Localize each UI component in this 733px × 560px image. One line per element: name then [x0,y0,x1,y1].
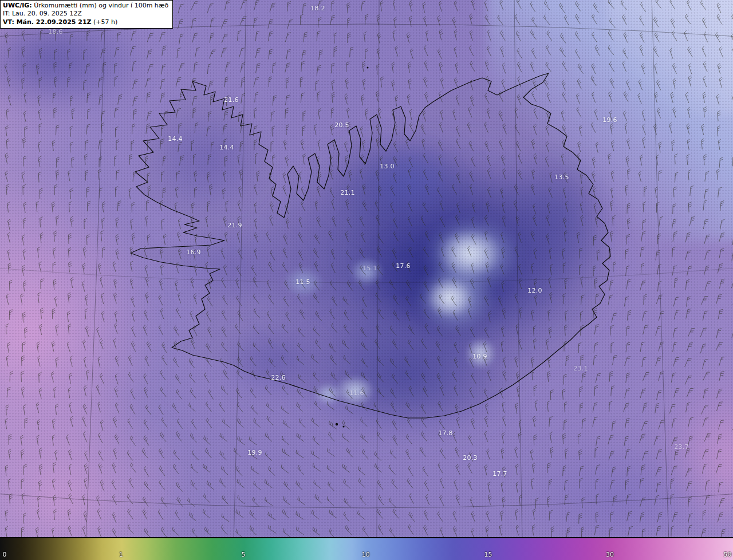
value-label: 19.9 [247,449,262,456]
value-label: 14.4 [168,135,182,143]
value-label: 13.0 [380,163,394,170]
value-label: 20.5 [334,121,349,129]
valid-offset: (+57 h) [92,18,118,26]
map-description: Úrkomumætti (mm) og vindur í 100m hæð [32,2,169,9]
colorbar-tick-5: 5 [241,551,245,558]
weather-map-app: 18.218.621.619.620.514.414.413.013.521.1… [0,0,733,560]
value-label: 10.9 [472,353,487,360]
value-label: 17.6 [396,262,410,270]
graticule-meridian-2 [234,0,246,537]
graticule-meridian-5 [652,0,669,537]
value-label: 19.6 [602,116,617,124]
precip-bright-5 [465,338,496,369]
value-label: 15.1 [362,265,377,272]
value-label: 21.9 [227,222,242,229]
precipitation-colorbar: 01510153050 [0,537,733,560]
precip-bright-2-core [427,278,472,318]
title-line-model: UWC/IG: Úrkomumætti (mm) og vindur í 100… [3,2,168,10]
wind-barbs-layer [0,0,733,537]
precip-darker-spot [366,229,515,338]
precip-dark-south [292,309,521,441]
value-label: 17.7 [492,470,507,478]
value-label: 23.1 [573,365,588,372]
colorbar-ticks: 01510153050 [0,538,733,560]
precip-dark-reykjanes [218,321,332,401]
island-grimsey [367,67,369,69]
precip-bright-3 [349,258,384,286]
coastline-path [131,73,610,418]
precip-field-pink-southwest [0,378,195,537]
model-name: UWC/IG: [3,2,32,9]
precip-bright-2 [415,263,495,332]
precip-bright-1 [424,218,521,292]
precipitation-map: 18.218.621.619.620.514.414.413.013.521.1… [0,0,733,537]
title-line-valid: VT: Mán. 22.09.2025 21Z (+57 h) [3,18,168,26]
precip-blue-north-patch [366,143,458,218]
precip-dark-central [246,137,618,384]
precip-dark-midwest [166,223,304,309]
value-label: 18.6 [48,28,62,36]
value-label: 11.5 [295,278,310,286]
value-label: 14.4 [219,144,234,151]
colorbar-tick-10: 10 [362,551,370,558]
value-label: 16.9 [186,249,200,256]
precip-field-pink-west [0,172,160,492]
colorbar-tick-15: 15 [484,551,492,558]
graticule-meridian-3 [377,0,379,537]
map-title-box: UWC/IG: Úrkomumætti (mm) og vindur í 100… [0,0,173,29]
value-label: 18.2 [310,5,325,12]
title-line-init: IT: Lau. 20. 09. 2025 12Z [3,10,168,18]
value-labels-layer: 18.218.621.619.620.514.414.413.013.521.1… [0,0,733,537]
valid-time: VT: Mán. 22.09.2025 21Z [3,18,92,26]
map-texture [0,0,733,537]
init-time: IT: Lau. 20. 09. 2025 12Z [3,10,82,17]
island-vestmannaeyjar-1 [336,423,338,425]
colorbar-tick-0: 0 [3,551,7,558]
colorbar-tick-30: 30 [606,551,614,558]
iceland-coastline [0,0,733,537]
precip-dark-north [321,132,481,240]
graticule-parallel-bottom [0,494,733,508]
value-label: 13.5 [554,173,569,181]
value-label: 17.8 [438,429,452,437]
value-label: 12.0 [527,287,542,294]
colorbar-tick-50: 50 [723,551,731,558]
precip-bright-7 [314,382,342,405]
value-label: 22.6 [271,374,285,381]
value-label: 21.1 [340,189,354,196]
precip-bright-4 [283,266,324,298]
precip-field-pink-right-corner [664,401,733,527]
light-precip-band-topright [487,0,733,240]
graticule-meridian-4 [514,0,522,537]
precip-subtle-southeast [515,435,722,537]
precip-bright-1-core [438,229,501,278]
precip-field-pink-right [647,355,733,537]
wind-barbs-path [4,0,733,537]
graticule-parallel-mid [0,268,733,283]
precip-dark-core [344,166,584,349]
precip-dark-westfjords [143,103,269,218]
precip-dark-northeast [492,143,618,292]
graticule-meridian-1 [86,0,106,537]
value-label: 11.6 [349,389,364,397]
value-label: 23.7 [674,443,688,451]
value-label: 20.3 [463,454,477,462]
island-vestmannaeyjar-2 [342,425,344,427]
precip-bright-6 [335,375,375,407]
graticule [0,0,733,537]
colorbar-tick-1: 1 [119,551,123,558]
light-precip-band-corner [607,0,733,115]
value-label: 21.6 [224,96,238,104]
